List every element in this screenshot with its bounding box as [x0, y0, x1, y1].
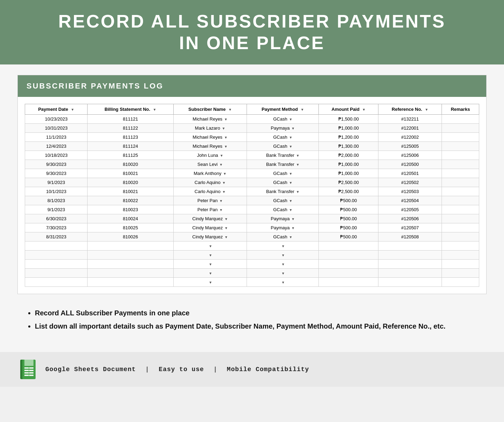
dropdown-arrow-icon[interactable]: ▼ [224, 217, 228, 221]
cell-ref: #120507 [378, 223, 442, 232]
col-payment-method[interactable]: Payment Method ▼ [247, 104, 319, 114]
cell-method[interactable]: Bank Transfer ▼ [247, 160, 319, 169]
dropdown-arrow-icon[interactable]: ▼ [281, 262, 285, 266]
cell-method[interactable]: GCash ▼ [247, 196, 319, 205]
cell-amount: ₱1,000.00 [319, 123, 378, 132]
cell-billing: 810021 [88, 187, 173, 196]
cell-method[interactable]: GCash ▼ [247, 141, 319, 151]
dropdown-arrow-icon[interactable]: ▼ [281, 271, 285, 275]
cell-name[interactable]: Carlo Aquino ▼ [173, 178, 247, 187]
dropdown-arrow-icon[interactable]: ▼ [288, 136, 293, 139]
cell-name[interactable]: Sean Levi ▼ [173, 160, 247, 169]
cell-method[interactable]: GCash ▼ [247, 178, 319, 187]
cell-method[interactable]: Bank Transfer ▼ [247, 187, 319, 196]
col-payment-date[interactable]: Payment Date ▼ [25, 104, 88, 114]
dropdown-arrow-icon[interactable]: ▼ [288, 199, 293, 203]
dropdown-arrow-icon[interactable]: ▼ [222, 172, 227, 176]
cell-amount: ₱500.00 [319, 232, 378, 241]
filter-icon-billing[interactable]: ▼ [153, 108, 156, 112]
cell-billing: 811124 [88, 141, 173, 151]
cell-name[interactable]: Carlo Aquino ▼ [173, 187, 247, 196]
cell-amount: ₱2,000.00 [319, 151, 378, 160]
cell-method[interactable]: Paymaya ▼ [247, 223, 319, 232]
cell-amount: ₱1,000.00 [319, 160, 378, 169]
col-amount-paid[interactable]: Amount Paid ▼ [319, 104, 378, 114]
cell-date: 8/1/2023 [25, 196, 88, 205]
dropdown-arrow-icon[interactable]: ▼ [288, 145, 293, 148]
cell-ref: #120506 [378, 214, 442, 223]
dropdown-arrow-icon[interactable]: ▼ [209, 281, 212, 284]
dropdown-arrow-icon[interactable]: ▼ [209, 244, 212, 248]
cell-method[interactable]: Paymaya ▼ [247, 123, 319, 132]
table-row: 12/4/2023811124Michael Reyes ▼GCash ▼₱1,… [25, 141, 479, 151]
cell-amount: ₱1,200.00 [319, 132, 378, 141]
dropdown-arrow-icon[interactable]: ▼ [291, 126, 295, 130]
table-wrapper: Payment Date ▼ Billing Statement No. ▼ S… [18, 104, 486, 287]
dropdown-arrow-icon[interactable]: ▼ [281, 281, 285, 284]
dropdown-arrow-icon[interactable]: ▼ [281, 253, 285, 257]
cell-date: 9/30/2023 [25, 169, 88, 178]
dropdown-arrow-icon[interactable]: ▼ [209, 253, 212, 257]
cell-name[interactable]: Mark Lazaro ▼ [173, 123, 247, 132]
dropdown-arrow-icon[interactable]: ▼ [223, 136, 228, 139]
cell-name[interactable]: Cindy Marquez ▼ [173, 223, 247, 232]
col-reference-no[interactable]: Reference No. ▼ [378, 104, 442, 114]
dropdown-arrow-icon[interactable]: ▼ [221, 181, 226, 185]
dropdown-arrow-icon[interactable]: ▼ [218, 208, 223, 212]
cell-method[interactable]: GCash ▼ [247, 169, 319, 178]
cell-method[interactable]: GCash ▼ [247, 114, 319, 123]
cell-amount: ₱500.00 [319, 214, 378, 223]
dropdown-arrow-icon[interactable]: ▼ [221, 126, 225, 130]
cell-name[interactable]: Peter Pan ▼ [173, 205, 247, 214]
cell-name[interactable]: Cindy Marquez ▼ [173, 232, 247, 241]
cell-date: 7/30/2023 [25, 223, 88, 232]
dropdown-arrow-icon[interactable]: ▼ [209, 271, 212, 275]
dropdown-arrow-icon[interactable]: ▼ [224, 226, 228, 230]
filter-icon-amount[interactable]: ▼ [362, 108, 366, 112]
filter-icon-date[interactable]: ▼ [71, 108, 74, 112]
cell-date: 12/4/2023 [25, 141, 88, 151]
cell-name[interactable]: John Luna ▼ [173, 151, 247, 160]
dropdown-arrow-icon[interactable]: ▼ [288, 181, 293, 185]
col-subscriber-name[interactable]: Subscriber Name ▼ [173, 104, 247, 114]
cell-remarks [442, 169, 479, 178]
dropdown-arrow-icon[interactable]: ▼ [288, 172, 293, 176]
filter-icon-name[interactable]: ▼ [228, 108, 232, 112]
cell-name[interactable]: Cindy Marquez ▼ [173, 214, 247, 223]
dropdown-arrow-icon[interactable]: ▼ [295, 163, 300, 167]
dropdown-arrow-icon[interactable]: ▼ [288, 208, 293, 212]
dropdown-arrow-icon[interactable]: ▼ [288, 235, 293, 239]
filter-icon-method[interactable]: ▼ [301, 108, 304, 112]
table-row-empty: ▼▼ [25, 241, 479, 250]
cell-billing: 810020 [88, 160, 173, 169]
cell-method[interactable]: GCash ▼ [247, 205, 319, 214]
dropdown-arrow-icon[interactable]: ▼ [291, 217, 295, 221]
cell-name[interactable]: Michael Reyes ▼ [173, 114, 247, 123]
dropdown-arrow-icon[interactable]: ▼ [223, 145, 228, 148]
cell-name[interactable]: Peter Pan ▼ [173, 196, 247, 205]
cell-method[interactable]: GCash ▼ [247, 232, 319, 241]
dropdown-arrow-icon[interactable]: ▼ [223, 117, 228, 121]
filter-icon-ref[interactable]: ▼ [425, 108, 428, 112]
cell-method[interactable]: Paymaya ▼ [247, 214, 319, 223]
dropdown-arrow-icon[interactable]: ▼ [219, 154, 223, 158]
table-row: 7/30/2023810025Cindy Marquez ▼Paymaya ▼₱… [25, 223, 479, 232]
cell-name[interactable]: Michael Reyes ▼ [173, 141, 247, 151]
cell-name[interactable]: Mark Anthony ▼ [173, 169, 247, 178]
dropdown-arrow-icon[interactable]: ▼ [295, 154, 300, 158]
cell-ref: #122002 [378, 132, 442, 141]
cell-method[interactable]: GCash ▼ [247, 132, 319, 141]
cell-amount: ₱500.00 [319, 223, 378, 232]
dropdown-arrow-icon[interactable]: ▼ [224, 235, 228, 239]
cell-method[interactable]: Bank Transfer ▼ [247, 151, 319, 160]
dropdown-arrow-icon[interactable]: ▼ [209, 262, 212, 266]
cell-name[interactable]: Michael Reyes ▼ [173, 132, 247, 141]
dropdown-arrow-icon[interactable]: ▼ [291, 226, 295, 230]
dropdown-arrow-icon[interactable]: ▼ [221, 190, 226, 194]
dropdown-arrow-icon[interactable]: ▼ [218, 199, 223, 203]
dropdown-arrow-icon[interactable]: ▼ [295, 190, 300, 194]
dropdown-arrow-icon[interactable]: ▼ [288, 117, 293, 121]
col-billing-no[interactable]: Billing Statement No. ▼ [88, 104, 173, 114]
dropdown-arrow-icon[interactable]: ▼ [218, 163, 223, 167]
dropdown-arrow-icon[interactable]: ▼ [281, 244, 285, 248]
